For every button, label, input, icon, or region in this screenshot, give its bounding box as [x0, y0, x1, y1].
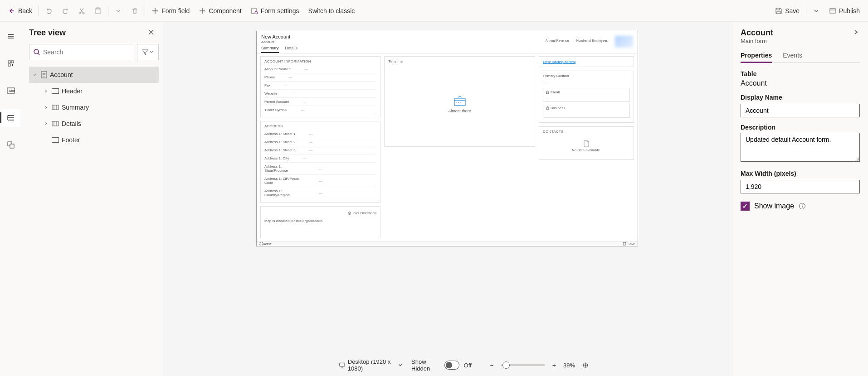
device-selector[interactable]: Desktop (1920 x 1080) [339, 358, 402, 372]
rail-hamburger-button[interactable] [2, 27, 20, 45]
cut-button[interactable] [73, 5, 90, 17]
description-input[interactable] [741, 133, 860, 162]
checkbox-checked-icon: ✓ [741, 202, 750, 211]
tree-node-footer[interactable]: Footer [29, 132, 159, 148]
rail-fields-button[interactable]: Abc [2, 82, 20, 100]
header-image [615, 36, 633, 48]
tree-node-summary[interactable]: Summary [29, 99, 159, 116]
display-name-input[interactable] [741, 104, 860, 117]
section-primary-contact[interactable]: Primary Contact --- Email --- Business -… [539, 71, 634, 123]
zoom-out-button[interactable]: − [487, 361, 496, 370]
rail-related-button[interactable] [2, 136, 20, 154]
properties-title: Account [741, 28, 773, 38]
save-dropdown-button[interactable] [808, 5, 824, 17]
tab-events[interactable]: Events [783, 49, 802, 63]
form-field-row[interactable]: Ticker Symbol--- [264, 106, 376, 114]
switch-classic-button[interactable]: Switch to classic [304, 5, 360, 17]
form-field-row[interactable]: Account Name *--- [264, 65, 376, 73]
undo-button[interactable] [41, 5, 57, 17]
tree-node-header[interactable]: Header [29, 83, 159, 99]
no-data: No data available. [543, 135, 630, 157]
form-field-row[interactable]: Address 1: Country/Region--- [264, 187, 376, 199]
svg-rect-27 [340, 363, 345, 366]
section-address[interactable]: ADDRESS Address 1: Street 1---Address 1:… [260, 121, 380, 202]
section-timeline[interactable]: Timeline Almost there [384, 56, 535, 147]
form-field-row[interactable]: Fax--- [264, 82, 376, 90]
canvas-header: New Account Account Summary Details ---A… [257, 31, 638, 53]
section-contacts[interactable]: CONTACTS No data available. [539, 126, 634, 160]
form-field-row[interactable]: Address 1: Street 3--- [264, 146, 376, 154]
form-field-row[interactable]: Address 1: Street 2--- [264, 138, 376, 146]
section-title: Timeline [388, 59, 531, 63]
field-label: Address 1: Street 3 [264, 148, 295, 152]
tree-search-input[interactable] [43, 48, 130, 56]
add-component-button[interactable]: Component [194, 5, 246, 17]
form-field-row[interactable]: Address 1: ZIP/Postal Code--- [264, 175, 376, 187]
tree-node-account[interactable]: Account [29, 67, 159, 83]
properties-collapse-button[interactable] [852, 28, 860, 36]
tree-search[interactable] [29, 44, 134, 60]
footer-save[interactable]: Save [623, 242, 635, 246]
rail-tree-button[interactable] [2, 109, 20, 127]
tab-properties[interactable]: Properties [741, 49, 772, 63]
save-button[interactable]: Save [770, 5, 804, 17]
get-directions-link[interactable]: Get Directions [264, 209, 376, 217]
section-error[interactable]: Error loading control [539, 56, 634, 67]
redo-button[interactable] [57, 5, 73, 17]
svg-point-30 [802, 204, 803, 205]
form-field-row[interactable]: Address 1: State/Province--- [264, 163, 376, 175]
paste-button[interactable] [90, 5, 106, 17]
section-account-information[interactable]: ACCOUNT INFORMATION Account Name *---Pho… [260, 56, 380, 117]
footer-expand[interactable] [259, 242, 263, 246]
svg-rect-18 [52, 121, 59, 126]
error-link[interactable]: Error loading control [543, 60, 575, 64]
chevron-down-icon [149, 50, 154, 54]
info-icon [799, 202, 806, 210]
form-field-row[interactable]: Address 1: City--- [264, 154, 376, 163]
form-field-row[interactable]: Website--- [264, 90, 376, 98]
zoom-fit-button[interactable] [580, 361, 591, 369]
show-image-checkbox[interactable]: ✓ Show image [741, 202, 860, 211]
form-canvas[interactable]: New Account Account Summary Details ---A… [256, 31, 638, 246]
form-field-row[interactable]: Phone--- [264, 73, 376, 82]
field-label: Address 1: State/Province [264, 164, 305, 173]
canvas-tab-summary[interactable]: Summary [261, 45, 279, 53]
back-button[interactable]: Back [4, 5, 37, 17]
form-settings-button[interactable]: Form settings [246, 5, 304, 17]
fields-icon: Abc [7, 87, 15, 94]
zoom-slider[interactable] [501, 364, 545, 366]
form-field-row[interactable]: Address 1: Street 1--- [264, 130, 376, 138]
svg-rect-21 [454, 99, 465, 106]
form-field-row[interactable]: Parent Account--- [264, 98, 376, 106]
tree-filter-button[interactable] [137, 44, 159, 60]
field-label: Fax [264, 83, 270, 87]
tree-icon [7, 114, 15, 121]
back-label: Back [18, 7, 32, 14]
publish-icon [829, 7, 836, 14]
device-label: Desktop (1920 x 1080) [348, 358, 395, 372]
section-icon [52, 137, 59, 143]
properties-panel: Account Main form Properties Events Tabl… [732, 22, 868, 376]
left-rail: Abc [0, 22, 22, 376]
svg-rect-8 [11, 61, 14, 63]
field-value: --- [295, 140, 376, 144]
tree-node-details[interactable]: Details [29, 116, 159, 132]
footer-status: Active [263, 242, 272, 246]
field-value: --- [305, 191, 376, 195]
more-button[interactable] [110, 5, 127, 17]
chevron-right-icon [43, 121, 49, 126]
canvas-tab-details[interactable]: Details [285, 45, 298, 53]
add-form-field-button[interactable]: Form field [147, 5, 194, 17]
zoom-in-button[interactable]: + [550, 361, 559, 370]
field-value: --- [278, 92, 376, 96]
delete-button[interactable] [127, 5, 143, 17]
tree-close-button[interactable] [146, 27, 156, 39]
field-value: --- [275, 75, 376, 79]
tree-title: Tree view [29, 28, 66, 38]
rail-components-button[interactable] [2, 54, 20, 72]
max-width-input[interactable] [741, 180, 860, 193]
section-map[interactable]: Get Directions Map is disabled for this … [260, 206, 380, 238]
separator [806, 5, 806, 16]
publish-button[interactable]: Publish [824, 5, 864, 17]
show-hidden-toggle[interactable] [444, 361, 459, 370]
